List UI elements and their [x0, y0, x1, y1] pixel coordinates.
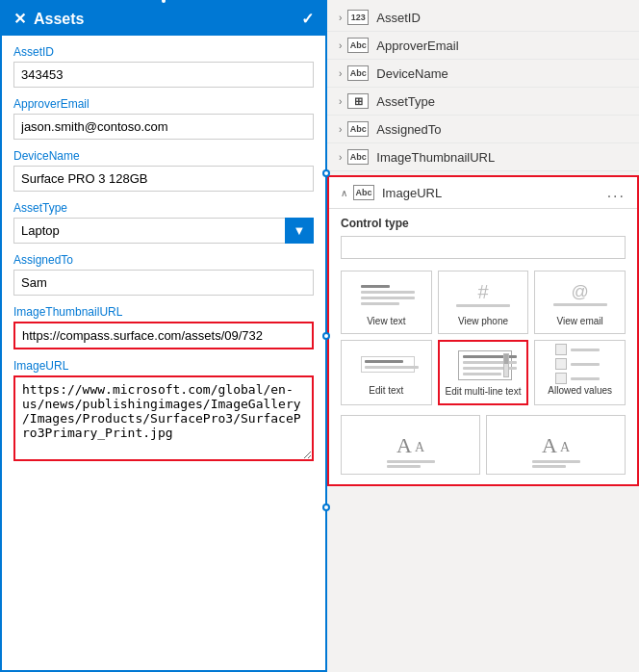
field-group-assignedto: AssignedTo [13, 253, 314, 296]
field-group-devicename: DeviceName [13, 149, 314, 192]
field-list-label-assettype: AssetType [376, 94, 435, 109]
font-letter-b-big: A [542, 435, 557, 456]
type-badge-assetid: 123 [347, 10, 369, 25]
field-label-imagethumbnailurl: ImageThumbnailURL [13, 305, 314, 319]
imageurl-expanded-section: ∧ Abc ImageURL ... Control type View tex… [327, 175, 639, 486]
control-type-label: Control type [341, 217, 626, 230]
resize-handle-bottom[interactable] [322, 504, 330, 511]
field-list: › 123 AssetID › Abc ApproverEmail › Abc … [327, 0, 639, 175]
assettype-select-wrapper: Laptop ▼ [13, 218, 314, 244]
list-item-imagethumbnailurl[interactable]: › Abc ImageThumbnailURL [327, 143, 639, 171]
control-label-view-email: View email [557, 316, 603, 327]
field-label-assignedto: AssignedTo [13, 253, 314, 267]
imageurl-header-label: ImageURL [382, 186, 442, 200]
chevron-expanded-icon: ∧ [341, 188, 347, 198]
field-label-approveremail: ApproverEmail [13, 97, 314, 111]
type-badge-devicename: Abc [347, 65, 369, 81]
field-group-assettype: AssetType Laptop ▼ [13, 201, 314, 244]
list-item-assignedto[interactable]: › Abc AssignedTo [327, 116, 639, 143]
field-input-assetid[interactable] [13, 62, 314, 88]
type-badge-imageurl: Abc [353, 185, 374, 200]
control-item-font-2[interactable]: A A [486, 415, 626, 475]
resize-handle[interactable] [322, 332, 330, 340]
control-item-edit-text[interactable]: Edit text [341, 340, 432, 405]
list-item-approveremail[interactable]: › Abc ApproverEmail [327, 32, 639, 60]
field-label-assetid: AssetID [13, 45, 314, 59]
list-item-assettype[interactable]: › ⊞ AssetType [327, 88, 639, 116]
more-options-icon[interactable]: ... [607, 184, 626, 201]
font-letter-a-big: A [396, 435, 412, 456]
type-badge-imagethumbnailurl: Abc [347, 149, 369, 165]
control-type-input[interactable] [341, 236, 626, 259]
control-label-view-phone: View phone [458, 316, 508, 327]
bottom-control-row: A A A A [329, 415, 637, 484]
hash-symbol: # [477, 282, 488, 301]
view-phone-icon: # [454, 277, 512, 312]
header-title-group: ✕ Assets [13, 11, 84, 28]
field-group-imagethumbnailurl: ImageThumbnailURL [13, 305, 314, 349]
field-label-imageurl: ImageURL [13, 359, 314, 373]
view-text-icon [357, 277, 415, 312]
view-email-icon: @ [551, 277, 609, 312]
scroll-indicator [503, 353, 509, 377]
assettype-select[interactable]: Laptop [13, 218, 314, 244]
edit-text-icon [357, 347, 415, 381]
field-label-assettype: AssetType [13, 201, 314, 215]
type-badge-approveremail: Abc [347, 38, 369, 53]
field-input-imagethumbnailurl[interactable] [13, 322, 314, 349]
font-icon-2: A A [529, 422, 583, 456]
field-input-assignedto[interactable] [13, 270, 314, 296]
chevron-icon-assignedto: › [339, 124, 342, 135]
panel-title: Assets [34, 11, 84, 28]
chevron-icon-approveremail: › [339, 40, 342, 51]
resize-handle-top[interactable] [322, 169, 330, 177]
imageurl-header[interactable]: ∧ Abc ImageURL ... [329, 177, 637, 209]
panel-header: ✕ Assets ✓ [2, 2, 325, 36]
field-list-label-imagethumbnailurl: ImageThumbnailURL [376, 150, 495, 165]
control-item-allowed-values[interactable]: Allowed values [534, 340, 626, 405]
list-item-assetid[interactable]: › 123 AssetID [327, 4, 639, 32]
field-label-devicename: DeviceName [13, 149, 314, 163]
field-input-devicename[interactable] [13, 166, 314, 192]
control-item-view-text[interactable]: View text [341, 271, 432, 334]
left-panel: ✕ Assets ✓ AssetID ApproverEmail DeviceN… [0, 0, 327, 672]
list-item-devicename[interactable]: › Abc DeviceName [327, 60, 639, 88]
field-group-assetid: AssetID [13, 45, 314, 88]
chevron-icon-imagethumbnailurl: › [339, 152, 342, 163]
field-list-label-assignedto: AssignedTo [376, 122, 441, 137]
confirm-icon[interactable]: ✓ [301, 10, 314, 28]
control-item-view-phone[interactable]: # View phone [438, 271, 529, 334]
right-panel: › 123 AssetID › Abc ApproverEmail › Abc … [327, 0, 639, 672]
field-textarea-imageurl[interactable]: https://www.microsoft.com/global/en-us/n… [13, 375, 314, 461]
type-badge-assettype: ⊞ [347, 93, 369, 109]
font-letter-b-small: A [560, 441, 570, 454]
control-item-view-email[interactable]: @ View email [534, 271, 626, 334]
control-item-edit-multiline[interactable]: Edit multi-line text [438, 340, 529, 405]
at-symbol: @ [572, 283, 589, 300]
control-label-edit-multiline: Edit multi-line text [446, 386, 522, 398]
control-label-view-text: View text [367, 316, 405, 327]
chevron-icon-devicename: › [339, 68, 342, 79]
type-badge-assignedto: Abc [347, 121, 369, 137]
field-list-label-devicename: DeviceName [376, 66, 447, 81]
font-letter-a-small: A [415, 441, 424, 454]
field-list-label-assetid: AssetID [376, 11, 421, 25]
field-group-approveremail: ApproverEmail [13, 97, 314, 140]
panel-body: AssetID ApproverEmail DeviceName AssetTy… [2, 36, 325, 670]
control-item-font-1[interactable]: A A [341, 415, 480, 475]
control-type-section: Control type [329, 209, 637, 271]
field-group-imageurl: ImageURL https://www.microsoft.com/globa… [13, 359, 314, 464]
field-input-approveremail[interactable] [13, 114, 314, 140]
allowed-values-icon [551, 347, 609, 381]
control-grid: View text # View phone @ [329, 271, 637, 415]
edit-multiline-icon [454, 348, 512, 382]
close-icon[interactable]: ✕ [13, 12, 26, 27]
font-icon-1: A A [384, 422, 438, 456]
scroll-thumb [504, 354, 508, 364]
field-list-label-approveremail: ApproverEmail [376, 39, 458, 53]
chevron-icon-assetid: › [339, 13, 342, 23]
control-label-allowed-values: Allowed values [548, 385, 612, 397]
control-label-edit-text: Edit text [369, 385, 403, 397]
chevron-icon-assettype: › [339, 96, 342, 107]
